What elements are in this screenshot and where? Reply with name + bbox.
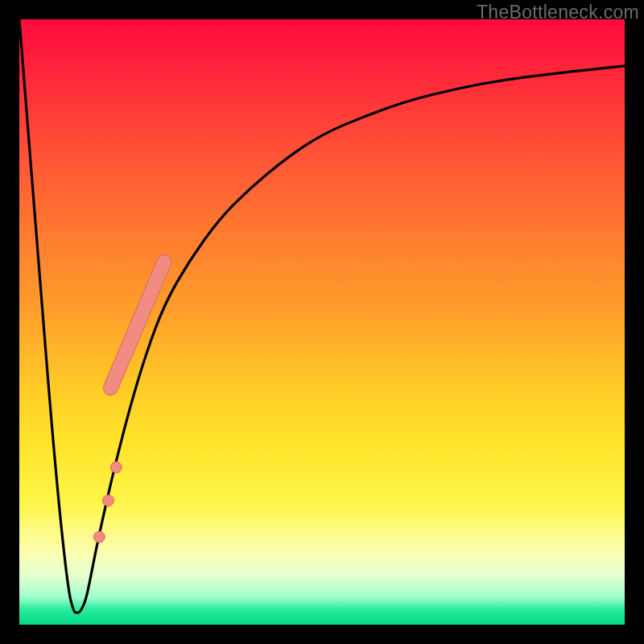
highlight-bar [101,253,174,398]
data-dot [93,531,105,543]
data-dot [103,495,114,506]
plot-area [19,19,625,625]
data-dots [93,462,122,543]
curve-svg [19,19,625,625]
data-dot [110,462,122,473]
chart-stage: TheBottleneck.com [0,0,644,644]
bottleneck-curve [19,19,625,613]
